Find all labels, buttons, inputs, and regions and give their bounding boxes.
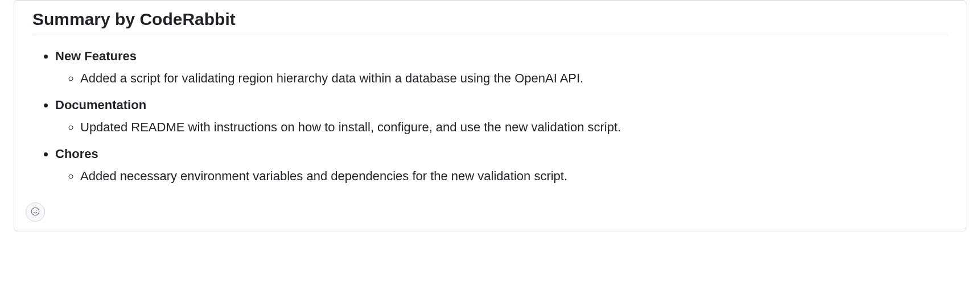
section-title-chores: Chores: [55, 147, 98, 161]
svg-point-1: [34, 210, 34, 211]
summary-section: Chores Added necessary environment varia…: [55, 144, 948, 185]
comment-box: Summary by CodeRabbit New Features Added…: [14, 0, 966, 231]
section-title-new-features: New Features: [55, 49, 137, 63]
comment-content: Summary by CodeRabbit New Features Added…: [14, 1, 966, 202]
section-items: Added necessary environment variables an…: [55, 167, 948, 185]
section-items: Added a script for validating region hie…: [55, 69, 948, 88]
summary-section: Documentation Updated README with instru…: [55, 96, 948, 136]
list-item: Updated README with instructions on how …: [80, 118, 948, 136]
summary-heading: Summary by CodeRabbit: [32, 10, 948, 35]
section-title-documentation: Documentation: [55, 98, 146, 112]
smiley-icon: [30, 206, 40, 218]
summary-section: New Features Added a script for validati…: [55, 47, 948, 88]
add-reaction-button[interactable]: [26, 202, 45, 222]
svg-point-0: [31, 208, 39, 215]
list-item: Added a script for validating region hie…: [80, 69, 948, 88]
reaction-bar: [14, 202, 966, 231]
svg-point-2: [36, 210, 37, 211]
summary-list: New Features Added a script for validati…: [32, 47, 948, 185]
section-items: Updated README with instructions on how …: [55, 118, 948, 136]
list-item: Added necessary environment variables an…: [80, 167, 948, 185]
